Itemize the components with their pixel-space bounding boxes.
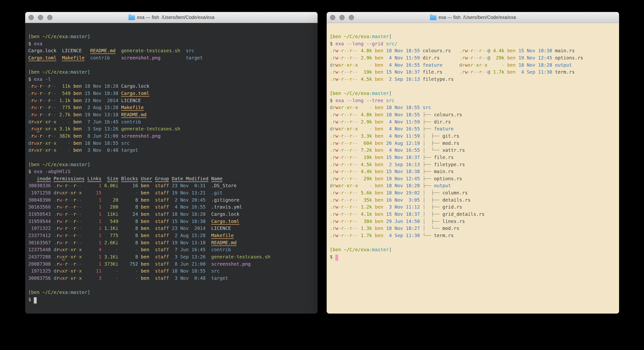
- terminal-line: $: [330, 254, 617, 260]
- terminal-line: .rw-r--r-- 7.2k ben 4 Nov 16:55 │ └── xa…: [330, 147, 617, 154]
- terminal-line: .rw-r--r-- 1.3k ben 18 Nov 18:27 │ └── m…: [330, 225, 617, 232]
- terminal-line: [28, 282, 315, 289]
- terminal-line: drwxr-xr-x - ben 4 Nov 16:55 ├── feature: [330, 126, 617, 132]
- terminal-line: [ben ~/C/e/exa:master]: [28, 68, 315, 76]
- terminal-line: [330, 239, 617, 246]
- terminal-line: .rw-r--r-- 19k ben 15 Nov 18:37 file.rs …: [330, 68, 617, 76]
- terminal-line: .rw-r--r-- 2.7k ben 19 Nov 13:18 README.…: [28, 111, 315, 118]
- terminal-line: 24377288 .rwxr-xr-x 1 3.1Ki 8 ben staff …: [28, 254, 315, 260]
- terminal-content[interactable]: [ben ~/C/e/exa:master]$ exa --long --gri…: [327, 23, 619, 314]
- terminal-line: .rw-r--r-- 4.4k ben 15 Nov 18:38 ├── mai…: [330, 168, 617, 175]
- terminal-line: .rw-r--r-- 29k ben 19 Nov 12:45 ├── opti…: [330, 175, 617, 182]
- terminal-line: [28, 154, 315, 161]
- window-controls: [28, 12, 52, 23]
- terminal-window-dark: exa — fish /Users/ben/Code/exa/exa [ben …: [25, 12, 318, 314]
- terminal-line: .rw-r--r-- 384 ben 29 Jun 14:50 │ ├── li…: [330, 218, 617, 225]
- close-button[interactable]: [28, 15, 34, 20]
- terminal-line: [ben ~/C/e/exa:master]: [330, 33, 617, 40]
- titlebar[interactable]: exa — fish /Users/ben/Code/exa/exa: [25, 12, 318, 23]
- terminal-line: .rw-r--r-- 775 ben 2 Aug 15:28 Makefile: [28, 104, 315, 111]
- terminal-line: .rw-r--r-- 549 ben 15 Nov 18:38 Cargo.to…: [28, 90, 315, 97]
- terminal-line: .rw-r--r-- 1.1k ben 23 Nov 2014 LICENCE: [28, 97, 315, 104]
- terminal-line: [ben ~/C/e/exa:master]: [330, 246, 617, 254]
- terminal-line: .rw-r--r-- 19k ben 15 Nov 18:37 ├── file…: [330, 154, 617, 161]
- terminal-line: [ben ~/C/e/exa:master]: [28, 161, 315, 168]
- cursor: [34, 297, 37, 304]
- terminal-line: drwxr-xr-x - ben 18 Nov 18:55 src: [330, 104, 617, 111]
- terminal-window-light: exa — fish /Users/ben/Code/exa/exa [ben …: [327, 12, 619, 314]
- terminal-line: 30048390 .rw-r--r-- 1 20 8 ben staff 2 N…: [28, 196, 315, 204]
- terminal-line: .rw-r--r-- 2.9k ben 4 Nov 11:59 dir.rs .…: [330, 54, 617, 62]
- terminal-line: 31959544 .rw-r--r-- 1 549 8 ben staff 15…: [28, 218, 315, 225]
- minimize-button[interactable]: [340, 15, 345, 20]
- terminal-line: .rw-r--r-- 4.5k ben 2 Sep 16:13 filetype…: [330, 76, 617, 83]
- terminal-content[interactable]: [ben ~/C/e/exa:master]$ exaCargo.lock LI…: [25, 23, 318, 314]
- terminal-line: 30030336 .rw-r--r-- 1 6.0Ki 16 ben staff…: [28, 182, 315, 190]
- terminal-line: drwxr-xr-x - ben 18 Nov 18:28 ├── output: [330, 182, 617, 190]
- terminal-line: 1971322 .rw-r--r-- 1 1.1Ki 8 ben staff 2…: [28, 225, 315, 232]
- terminal-line: 1971325 drwxr-xr-x 11 - - ben staff 18 N…: [28, 268, 315, 275]
- terminal-line: .rw-r--r-- 4.5k ben 2 Sep 16:13 ├── file…: [330, 161, 617, 168]
- terminal-line: 1971258 drwxr-xr-x 15 - - ben staff 19 N…: [28, 190, 315, 196]
- terminal-line: .rw-r--r-- 2.9k ben 4 Nov 11:59 ├── dir.…: [330, 118, 617, 126]
- folder-icon: [430, 15, 436, 20]
- zoom-button[interactable]: [47, 15, 52, 20]
- terminal-line: [28, 62, 315, 69]
- terminal-line: 30163566 .rw-r--r-- 1 200 8 ben staff 4 …: [28, 204, 315, 211]
- terminal-line: .rw-r--r-- 35k ben 16 Nov 3:05 │ ├── det…: [330, 196, 617, 204]
- terminal-line: drwxr-xr-x - ben 3 Nov 0:48 target: [28, 147, 315, 154]
- terminal-line: [ben ~/C/e/exa:master]: [28, 289, 315, 296]
- terminal-line: $ exa -abghHliS: [28, 168, 315, 175]
- terminal-line: inode Permissions Links Size Blocks User…: [28, 175, 315, 182]
- terminal-line: 30163567 .rw-r--r-- 1 2.6Ki 8 ben staff …: [28, 239, 315, 246]
- terminal-line: $ exa -l: [28, 76, 315, 83]
- terminal-line: $: [28, 296, 315, 303]
- folder-icon: [128, 15, 135, 20]
- terminal-line: 30083756 drwxr-xr-x 3 - - ben staff 3 No…: [28, 275, 315, 282]
- terminal-line: .rw-r--r-- 604 ben 26 Aug 12:19 │ ├── mo…: [330, 140, 617, 147]
- terminal-line: Cargo.toml Makefile contrib screenshot.p…: [28, 54, 315, 62]
- terminal-line: 20087308 .rw-r--r-- 1 373Ki 752 ben staf…: [28, 260, 315, 268]
- terminal-line: 31959543 .rw-r--r-- 1 11Ki 24 ben staff …: [28, 211, 315, 218]
- terminal-line: $ exa --long --grid src/: [330, 40, 617, 48]
- zoom-button[interactable]: [349, 15, 354, 20]
- terminal-line: $ exa --long --tree src: [330, 97, 617, 104]
- titlebar[interactable]: exa — fish /Users/ben/Code/exa/exa: [327, 12, 619, 23]
- terminal-line: .rw-r--r-- 1.2k ben 3 Nov 11:12 │ ├── gr…: [330, 204, 617, 211]
- terminal-line: $ exa: [28, 40, 315, 48]
- desktop: exa — fish /Users/ben/Code/exa/exa [ben …: [0, 0, 644, 350]
- minimize-button[interactable]: [38, 15, 43, 20]
- terminal-line: [ben ~/C/e/exa:master]: [330, 90, 617, 97]
- window-title: exa — fish /Users/ben/Code/exa/exa: [137, 14, 214, 20]
- terminal-line: drwxr-xr-x - ben 7 Jun 16:45 contrib: [28, 118, 315, 126]
- terminal-line: .rwxr-xr-x 3.1k ben 3 Sep 13:26 generate…: [28, 126, 315, 132]
- terminal-line: .rw-r--r-- 4.8k ben 18 Nov 18:55 ├── col…: [330, 111, 617, 118]
- terminal-line: .rw-r--r-- 1.7k ben 4 Sep 11:30 └── term…: [330, 232, 617, 239]
- terminal-line: [330, 83, 617, 90]
- terminal-line: [ben ~/C/e/exa:master]: [28, 33, 315, 40]
- window-controls: [330, 12, 354, 23]
- close-button[interactable]: [330, 15, 335, 20]
- terminal-line: .rw-r--r-- 5.6k ben 18 Nov 19:02 │ ├── c…: [330, 190, 617, 196]
- terminal-line: .rw-r--r-- 3.3k ben 4 Nov 11:59 │ ├── gi…: [330, 132, 617, 140]
- terminal-line: drwxr-xr-x - ben 18 Nov 18:55 src: [28, 140, 315, 147]
- terminal-line: .rw-r--r-- 11k ben 18 Nov 18:28 Cargo.lo…: [28, 83, 315, 90]
- window-title: exa — fish /Users/ben/Code/exa/exa: [438, 14, 516, 20]
- terminal-line: drwxr-xr-x - ben 4 Nov 16:55 feature drw…: [330, 62, 617, 69]
- terminal-line: 12375448 drwxr-xr-x 4 - - ben staff 7 Ju…: [28, 246, 315, 254]
- terminal-line: 23377412 .rw-r--r-- 1 775 8 ben staff 2 …: [28, 232, 315, 239]
- terminal-line: .rw-r--r-- 4.8k ben 18 Nov 18:55 colours…: [330, 47, 617, 54]
- terminal-line: .rw-r--r-- 382k ben 8 Jun 21:00 screensh…: [28, 132, 315, 140]
- cursor: [335, 254, 338, 261]
- terminal-line: Cargo.lock LICENCE README.md generate-te…: [28, 47, 315, 54]
- terminal-line: .rw-r--r-- 4.1k ben 15 Nov 18:37 │ ├── g…: [330, 211, 617, 218]
